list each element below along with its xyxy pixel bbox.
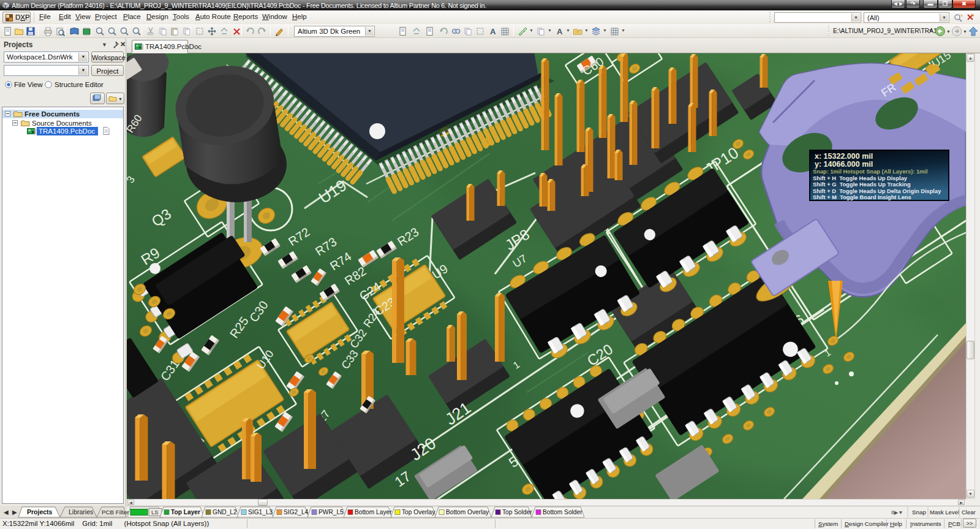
svg-text:GND_L2: GND_L2 [213,509,237,516]
svg-text:Bottom Solder: Bottom Solder [543,509,582,516]
svg-text:Top Overlay: Top Overlay [402,509,435,516]
svg-text:Projects: Projects [27,508,53,516]
svg-text:▼: ▼ [946,29,951,34]
svg-text:8▶▼: 8▶▼ [891,509,903,516]
svg-text:Snap: 1mil Hotspot Snap (All L: Snap: 1mil Hotspot Snap (All Layers): 1m… [813,169,928,175]
svg-text:PWR_L5: PWR_L5 [318,509,344,516]
svg-text:Libraries: Libraries [69,508,93,516]
svg-text:Clear: Clear [962,509,976,516]
svg-text:Shift + G Toggle Heads Up Tra: Shift + G Toggle Heads Up Tracking [813,181,911,188]
svg-text:Top Solder: Top Solder [502,509,532,516]
svg-text:Shift + H Toggle Heads Up Dis: Shift + H Toggle Heads Up Display [813,175,908,181]
svg-text:◀: ◀ [4,509,9,516]
svg-text:File View: File View [14,81,43,88]
svg-text:Top Layer: Top Layer [171,509,200,516]
svg-text:Shift + D Toggle Heads Up Del: Shift + D Toggle Heads Up Delta Origin D… [813,188,941,194]
svg-text:Mask Level: Mask Level [930,509,959,516]
svg-text:▼: ▼ [118,97,123,101]
svg-text:SIG2_L4: SIG2_L4 [284,509,309,516]
svg-text:▼: ▼ [963,29,967,34]
svg-text:y: 14066.000 mil: y: 14066.000 mil [815,160,873,169]
svg-text:Shift + M Toggle Board Insigh: Shift + M Toggle Board Insight Lens [813,194,911,200]
svg-text:LS: LS [151,509,159,516]
svg-text:Structure Editor: Structure Editor [55,81,104,88]
svg-text:A: A [490,27,496,36]
svg-text:A: A [557,27,563,36]
svg-text:Bottom Layer: Bottom Layer [355,509,392,516]
svg-text:SIG1_L3: SIG1_L3 [248,509,273,516]
svg-text:▶: ▶ [12,509,17,516]
svg-text:PCB Filter: PCB Filter [102,509,129,516]
svg-text:Snap: Snap [912,509,926,516]
svg-text:Bottom Overlay: Bottom Overlay [446,509,489,516]
svg-text:x: 15322.000 mil: x: 15322.000 mil [815,152,873,161]
